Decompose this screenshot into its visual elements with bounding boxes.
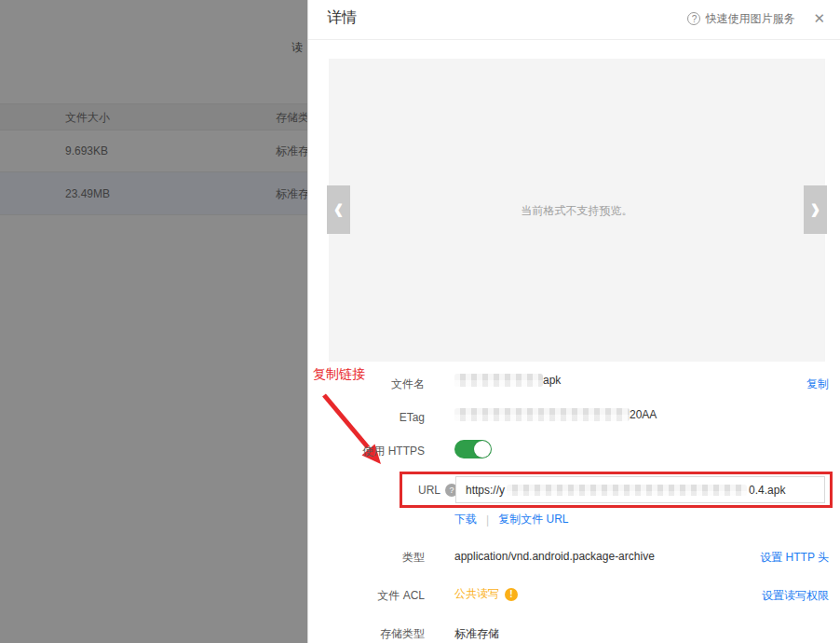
cell-storage-class: 标准存储 <box>276 143 307 158</box>
details-panel: 详情 ? 快速使用图片服务 ✕ 当前格式不支持预览。 ‹ › 复制链接 文件名 <box>307 0 840 643</box>
table-row-selected[interactable]: 23.49MB 标准存储 <box>0 172 307 215</box>
filename-value: apk <box>454 374 561 387</box>
cell-file-size: 9.693KB <box>65 144 108 157</box>
set-acl-link[interactable]: 设置读写权限 <box>762 588 829 604</box>
storage-class-value: 标准存储 <box>454 626 499 642</box>
copy-file-url-link[interactable]: 复制文件 URL <box>498 512 568 527</box>
preview-area: 当前格式不支持预览。 ‹ › <box>329 59 825 362</box>
file-acl-value: 公共读写 ! <box>454 586 518 602</box>
url-highlight-box: URL ? https://y 0.4.apk <box>400 472 833 508</box>
table-row[interactable]: 9.693KB 标准存储 <box>0 130 307 172</box>
chevron-left-icon: ‹ <box>334 190 344 226</box>
red-arrow-annotation <box>316 390 395 475</box>
url-input[interactable]: https://y 0.4.apk <box>455 476 825 503</box>
partial-background-text: 读 <box>291 40 303 56</box>
download-link[interactable]: 下载 <box>454 512 477 527</box>
storage-class-label: 存储类型 <box>308 626 425 642</box>
previous-file-button[interactable]: ‹ <box>327 185 350 234</box>
type-value: application/vnd.android.package-archive <box>454 550 655 563</box>
cell-storage-class: 标准存储 <box>276 185 307 201</box>
column-header-storage-class: 存储类型 <box>276 109 307 125</box>
action-divider: | <box>486 513 489 527</box>
use-https-label: 使用 HTTPS <box>308 444 425 459</box>
https-toggle[interactable] <box>454 440 492 458</box>
cell-file-size: 23.49MB <box>65 187 110 200</box>
file-acl-label: 文件 ACL <box>308 588 425 604</box>
column-header-file-size: 文件大小 <box>65 109 110 125</box>
dimmed-backdrop: 文件大小 存储类型 9.693KB 标准存储 23.49MB 标准存储 读 <box>0 0 307 643</box>
url-actions: 下载 | 复制文件 URL <box>454 512 568 527</box>
filename-label: 文件名 <box>308 376 425 392</box>
toggle-knob <box>474 441 491 458</box>
preview-unsupported-message: 当前格式不支持预览。 <box>329 203 825 219</box>
page: 文件大小 存储类型 9.693KB 标准存储 23.49MB 标准存储 读 详情… <box>0 0 840 643</box>
url-label: URL <box>418 484 440 497</box>
copy-filename-link[interactable]: 复制 <box>806 376 829 392</box>
panel-title: 详情 <box>327 8 357 28</box>
etag-suffix: 20AA <box>630 408 657 421</box>
header-divider <box>308 39 840 40</box>
redacted-url <box>507 485 747 496</box>
etag-value: 20AA <box>454 408 657 421</box>
quick-image-service-link[interactable]: 快速使用图片服务 <box>705 11 794 27</box>
url-prefix: https://y <box>466 484 505 497</box>
chevron-right-icon: › <box>811 190 820 226</box>
set-http-header-link[interactable]: 设置 HTTP 头 <box>760 550 829 566</box>
redacted-filename <box>454 374 543 387</box>
filename-suffix: apk <box>543 374 561 387</box>
etag-label: ETag <box>308 411 425 424</box>
url-suffix: 0.4.apk <box>749 484 785 497</box>
table-header-row: 文件大小 存储类型 <box>0 103 307 130</box>
help-circle-icon: ? <box>687 12 700 25</box>
acl-public-read-write: 公共读写 <box>454 586 499 602</box>
redacted-etag <box>454 408 630 421</box>
type-label: 类型 <box>308 550 425 566</box>
warning-icon[interactable]: ! <box>505 588 518 601</box>
next-file-button[interactable]: › <box>804 185 827 234</box>
close-icon[interactable]: ✕ <box>813 10 825 27</box>
